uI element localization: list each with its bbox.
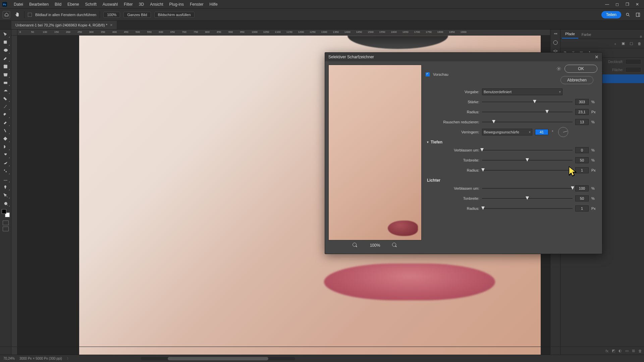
mask-icon[interactable]: ▣ bbox=[621, 41, 626, 46]
panel-menu-icon[interactable]: ≡ bbox=[638, 35, 644, 39]
new-layer-icon[interactable]: ⊞ bbox=[632, 349, 635, 353]
menu-ebene[interactable]: Ebene bbox=[64, 2, 82, 7]
shadows-fade-slider[interactable] bbox=[482, 148, 573, 153]
document-tab[interactable]: Unbenannt-1 bei 70,2% (girl-2406963 Kopi… bbox=[11, 21, 117, 29]
maximize-button[interactable]: ◻ bbox=[612, 1, 622, 7]
shadows-section-header[interactable]: ▾Tiefen bbox=[427, 140, 597, 144]
expand-panels-icon[interactable]: ◂◂ bbox=[554, 32, 557, 35]
shadows-radius-slider[interactable] bbox=[482, 168, 573, 173]
fit-image-button[interactable]: Ganzes Bild bbox=[123, 12, 151, 18]
highlights-radius-input[interactable]: 1 bbox=[575, 205, 589, 212]
status-caret[interactable]: 〉 bbox=[67, 356, 70, 361]
workspace-icon[interactable] bbox=[635, 11, 641, 18]
eraser-tool[interactable] bbox=[1, 119, 10, 127]
strength-input[interactable]: 303 bbox=[575, 99, 589, 105]
crop-tool[interactable] bbox=[1, 62, 10, 70]
gradient-tool[interactable] bbox=[1, 127, 10, 135]
color-swatches[interactable] bbox=[2, 209, 10, 217]
menu-plug-ins[interactable]: Plug-ins bbox=[166, 2, 187, 7]
highlights-section-header[interactable]: Lichter bbox=[427, 178, 597, 183]
maximize2-button[interactable]: ❐ bbox=[623, 1, 632, 7]
minimize-button[interactable]: — bbox=[602, 1, 612, 7]
magic-wand-tool[interactable] bbox=[1, 54, 10, 62]
shadows-tonal-input[interactable]: 50 bbox=[575, 157, 589, 163]
close-tab-icon[interactable]: × bbox=[110, 22, 113, 27]
highlights-fade-slider[interactable] bbox=[482, 186, 573, 191]
marquee-tool[interactable] bbox=[1, 38, 10, 46]
shadows-radius-input[interactable]: 1 bbox=[575, 167, 589, 173]
path-select-tool[interactable] bbox=[1, 167, 10, 175]
type-tool[interactable] bbox=[1, 159, 10, 167]
menu-datei[interactable]: Datei bbox=[11, 2, 26, 7]
close-window-button[interactable]: ✕ bbox=[633, 1, 642, 7]
trash-icon[interactable]: 🗑 bbox=[637, 41, 642, 46]
menu-hilfe[interactable]: Hilfe bbox=[207, 2, 221, 7]
settings-gear-icon[interactable] bbox=[556, 66, 561, 71]
search-icon[interactable] bbox=[625, 11, 631, 18]
strength-slider[interactable] bbox=[482, 100, 573, 104]
history-brush-tool[interactable] bbox=[1, 111, 10, 119]
horizontal-scrollbar[interactable] bbox=[141, 357, 295, 360]
angle-dial[interactable] bbox=[558, 127, 568, 137]
radius-input[interactable]: 23,1 bbox=[575, 109, 589, 115]
hand-tool-icon[interactable] bbox=[13, 11, 21, 18]
menu-3d[interactable]: 3D bbox=[136, 2, 147, 7]
ok-button[interactable]: OK bbox=[565, 65, 597, 73]
noise-slider[interactable] bbox=[482, 120, 573, 124]
shadows-fade-input[interactable]: 0 bbox=[575, 147, 589, 153]
group-icon[interactable]: ▭ bbox=[625, 349, 629, 353]
highlights-tonal-slider[interactable] bbox=[482, 196, 573, 201]
scroll-all-checkbox[interactable] bbox=[28, 13, 32, 17]
brush-tool[interactable] bbox=[1, 95, 10, 103]
home-button[interactable] bbox=[3, 11, 10, 18]
dodge-tool[interactable] bbox=[1, 143, 10, 151]
menu-bild[interactable]: Bild bbox=[52, 2, 64, 7]
paths-tab[interactable]: Pfade bbox=[562, 30, 578, 39]
shadows-tonal-slider[interactable] bbox=[482, 158, 573, 163]
share-button[interactable]: Teilen bbox=[601, 11, 621, 18]
menu-fenster[interactable]: Fenster bbox=[187, 2, 207, 7]
menu-bearbeiten[interactable]: Bearbeiten bbox=[26, 2, 52, 7]
quickmask-icons[interactable] bbox=[3, 221, 9, 231]
mask2-icon[interactable]: ◩ bbox=[612, 349, 615, 353]
more-tool[interactable] bbox=[1, 199, 10, 207]
menu-schrift[interactable]: Schrift bbox=[82, 2, 100, 7]
radius-slider[interactable] bbox=[482, 110, 573, 114]
angle-input[interactable]: 41 bbox=[535, 129, 548, 135]
hand-tool[interactable] bbox=[1, 183, 10, 191]
preview-checkbox[interactable] bbox=[426, 72, 430, 76]
rectangle-tool[interactable] bbox=[1, 175, 10, 183]
fx-icon[interactable]: fx bbox=[605, 349, 608, 353]
link-icon[interactable]: ⬨ bbox=[612, 41, 618, 46]
noise-input[interactable]: 13 bbox=[575, 119, 589, 125]
dialog-titlebar[interactable]: Selektiver Scharfzeichner ✕ bbox=[325, 53, 602, 61]
highlights-fade-input[interactable]: 100 bbox=[575, 185, 589, 191]
adjust-icon[interactable]: ◐ bbox=[619, 349, 622, 353]
color-panel-icon[interactable] bbox=[552, 39, 559, 46]
preview-image[interactable] bbox=[328, 65, 422, 240]
cancel-button[interactable]: Abbrechen bbox=[560, 76, 593, 84]
frame-tool[interactable] bbox=[1, 70, 10, 78]
highlights-radius-slider[interactable] bbox=[482, 206, 573, 211]
lasso-tool[interactable] bbox=[1, 46, 10, 54]
zoom-in-icon[interactable] bbox=[392, 243, 397, 248]
highlights-tonal-input[interactable]: 50 bbox=[575, 195, 589, 201]
preset-dropdown[interactable]: Benutzerdefiniert▾ bbox=[482, 88, 562, 95]
zoom-tool[interactable] bbox=[1, 191, 10, 199]
fit-screen-button[interactable]: Bildschirm ausfüllen bbox=[154, 12, 195, 18]
color-tab[interactable]: Farbe bbox=[578, 31, 595, 39]
menu-auswahl[interactable]: Auswahl bbox=[100, 2, 121, 7]
eyedropper-tool[interactable] bbox=[1, 78, 10, 86]
move-tool[interactable] bbox=[1, 30, 10, 38]
new-path-icon[interactable]: ▢ bbox=[629, 41, 634, 46]
blur-tool[interactable] bbox=[1, 135, 10, 143]
menu-filter[interactable]: Filter bbox=[121, 2, 136, 7]
zoom-100-button[interactable]: 100% bbox=[103, 12, 120, 18]
remove-dropdown[interactable]: Bewegungsunschärfe▾ bbox=[482, 129, 532, 135]
menu-ansicht[interactable]: Ansicht bbox=[147, 2, 166, 7]
pen-tool[interactable] bbox=[1, 151, 10, 159]
clone-stamp-tool[interactable] bbox=[1, 103, 10, 111]
delete-icon[interactable]: 🗑 bbox=[638, 349, 642, 353]
spot-heal-tool[interactable] bbox=[1, 86, 10, 95]
zoom-out-icon[interactable] bbox=[353, 243, 358, 248]
